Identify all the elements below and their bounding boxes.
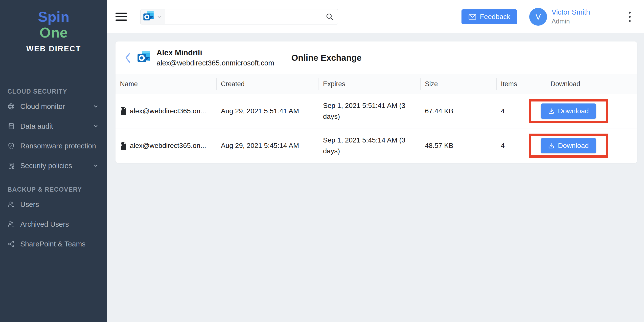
sidebar-item-label: Archived Users (20, 220, 69, 228)
download-button[interactable]: Download (540, 104, 596, 119)
section-title-backup-recovery: BACKUP & RECOVERY (8, 186, 107, 193)
feedback-button[interactable]: Feedback (462, 9, 517, 24)
cell-expires: Sep 1, 2021 5:51:41 AM (3 days) (318, 100, 420, 122)
kebab-menu-icon[interactable] (627, 10, 632, 23)
main-area: Feedback V Victor Smith Admin (107, 0, 644, 322)
back-chevron-icon[interactable] (123, 52, 133, 63)
feedback-label: Feedback (480, 13, 510, 21)
search-input[interactable] (165, 9, 326, 24)
table-row: alex@webdirect365.on... Aug 29, 2021 5:4… (116, 128, 637, 163)
column-header-name: Name (116, 74, 216, 94)
table-row: alex@webdirect365.on... Aug 29, 2021 5:5… (116, 94, 637, 128)
column-header-size: Size (420, 74, 496, 94)
sidebar-item-ransomware-protection[interactable]: Ransomware protection (0, 136, 107, 156)
logo-subtitle: WEB DIRECT (0, 44, 107, 53)
service-selector[interactable] (140, 9, 165, 24)
logo-spin: Spin (0, 9, 107, 25)
zip-file-icon (120, 141, 127, 150)
sidebar-item-label: Users (20, 200, 39, 209)
chevron-down-icon (156, 14, 162, 20)
cell-size: 67.44 KB (420, 107, 496, 115)
account-info: Alex Mindrili alex@webdirect365.onmicros… (156, 48, 274, 67)
download-icon (548, 143, 554, 149)
section-title-cloud-security: CLOUD SECURITY (8, 88, 107, 95)
annotation-highlight-box: Download (529, 134, 608, 158)
sidebar-item-sharepoint-teams[interactable]: SharePoint & Teams (0, 234, 107, 254)
chevron-down-icon (93, 163, 98, 168)
search-box (140, 9, 338, 24)
cell-download: Download (546, 134, 630, 158)
sidebar-item-label: Security policies (20, 162, 72, 170)
annotation-highlight-box: Download (529, 99, 608, 123)
zip-file-icon (120, 107, 127, 116)
page-title: Online Exchange (291, 53, 362, 63)
topbar-divider (523, 9, 523, 25)
user-plus-icon (8, 220, 15, 228)
download-button[interactable]: Download (540, 138, 596, 153)
column-header-created: Created (216, 74, 318, 94)
user-name: Victor Smith (552, 8, 590, 16)
header-divider (283, 48, 283, 68)
hamburger-menu-icon[interactable] (116, 12, 127, 21)
table-scrollbar-track[interactable] (630, 74, 637, 163)
sidebar-item-label: SharePoint & Teams (20, 240, 86, 248)
user-plus-icon (8, 201, 15, 208)
card-header: Alex Mindrili alex@webdirect365.onmicros… (116, 41, 637, 74)
policy-doc-icon (8, 162, 15, 169)
account-name: Alex Mindrili (156, 48, 274, 57)
sidebar-item-label: Data audit (20, 122, 53, 130)
table-header: Name Created Expires Size Items Download (116, 74, 637, 94)
sidebar-item-data-audit[interactable]: Data audit (0, 116, 107, 136)
logo-one: One (0, 25, 107, 40)
cell-expires: Sep 1, 2021 5:45:14 AM (3 days) (318, 135, 420, 157)
sidebar-item-users[interactable]: Users (0, 195, 107, 214)
outlook-icon (137, 51, 151, 65)
user-role: Admin (552, 17, 590, 25)
topbar: Feedback V Victor Smith Admin (107, 0, 644, 33)
data-audit-icon (8, 123, 15, 130)
avatar[interactable]: V (529, 8, 547, 26)
mail-envelope-icon (468, 13, 476, 20)
column-header-expires: Expires (318, 74, 420, 94)
user-menu[interactable]: Victor Smith Admin (552, 8, 590, 25)
share-icon (8, 240, 15, 248)
chevron-down-icon (93, 104, 98, 109)
sidebar-item-label: Ransomware protection (20, 142, 96, 150)
chevron-down-icon (93, 124, 98, 129)
cell-created: Aug 29, 2021 5:45:14 AM (216, 142, 318, 150)
cell-size: 48.57 KB (420, 142, 496, 150)
column-header-download: Download (546, 74, 630, 94)
cell-created: Aug 29, 2021 5:51:41 AM (216, 107, 318, 115)
sidebar-item-label: Cloud monitor (20, 103, 65, 111)
search-icon[interactable] (326, 12, 334, 21)
account-email: alex@webdirect365.onmicrosoft.com (156, 59, 274, 67)
spinone-logo: Spin One WEB DIRECT (0, 0, 107, 53)
page-content: Alex Mindrili alex@webdirect365.onmicros… (107, 33, 644, 322)
app-root: Spin One WEB DIRECT CLOUD SECURITY Cloud… (0, 0, 644, 322)
column-header-items: Items (496, 74, 546, 94)
cell-download: Download (546, 99, 630, 123)
download-icon (548, 108, 554, 114)
sidebar-item-archived-users[interactable]: Archived Users (0, 214, 107, 234)
sidebar-item-cloud-monitor[interactable]: Cloud monitor (0, 97, 107, 116)
shield-check-icon (8, 142, 15, 150)
globe-icon (8, 103, 15, 110)
cell-name: alex@webdirect365.on... (116, 107, 216, 116)
sidebar-item-security-policies[interactable]: Security policies (0, 156, 107, 175)
sidebar: Spin One WEB DIRECT CLOUD SECURITY Cloud… (0, 0, 107, 322)
outlook-icon (143, 11, 154, 22)
cell-name: alex@webdirect365.on... (116, 141, 216, 150)
backups-card: Alex Mindrili alex@webdirect365.onmicros… (116, 41, 637, 163)
